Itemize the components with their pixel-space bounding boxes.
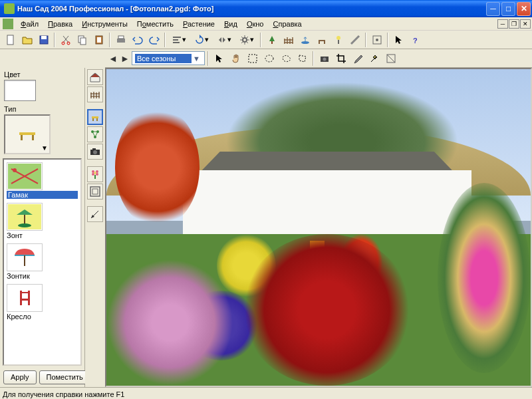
mdi-close-button[interactable]: ✕ — [520, 19, 531, 29]
plant-pink — [106, 259, 233, 386]
close-button[interactable]: ✕ — [517, 2, 531, 16]
pointer-button[interactable] — [391, 33, 406, 47]
list-item[interactable]: Зонтик — [5, 242, 79, 281]
fountain-tool-button[interactable] — [297, 33, 313, 47]
main-toolbar: ▾ ▾ ▾ ▾ ? — [0, 31, 532, 49]
svg-rect-61 — [92, 189, 98, 194]
furniture2-tool-button[interactable] — [87, 109, 103, 125]
svg-rect-21 — [338, 40, 339, 44]
settings-button[interactable] — [369, 33, 384, 47]
svg-rect-13 — [173, 42, 180, 43]
cut-button[interactable] — [58, 33, 73, 47]
eyedropper-button[interactable] — [350, 51, 365, 66]
menu-file[interactable]: Файл — [16, 19, 43, 29]
new-button[interactable] — [3, 33, 18, 47]
crop-button[interactable] — [333, 51, 348, 66]
svg-point-28 — [323, 57, 326, 61]
svg-rect-6 — [80, 38, 86, 45]
mdi-restore-button[interactable]: ❐ — [509, 19, 519, 29]
paste-button[interactable] — [91, 33, 106, 47]
apply-button[interactable]: Apply — [3, 370, 37, 384]
tree-tool-button[interactable] — [264, 33, 279, 47]
next-arrow-button[interactable]: ► — [120, 51, 130, 66]
document-icon[interactable] — [3, 19, 13, 29]
type-preview[interactable]: ▼ — [4, 114, 51, 154]
separator — [109, 33, 110, 47]
menu-plant[interactable]: Растение — [178, 19, 219, 29]
list-item[interactable]: Зонт — [5, 201, 79, 241]
minimize-button[interactable]: ─ — [486, 2, 500, 16]
color-well[interactable] — [4, 80, 36, 101]
list-item[interactable]: Гамак — [5, 161, 79, 200]
light-tool-button[interactable] — [331, 33, 346, 47]
separator — [207, 51, 209, 66]
mdi-minimize-button[interactable]: ─ — [497, 19, 508, 29]
svg-point-34 — [13, 168, 17, 172]
furniture-tool-button[interactable] — [314, 33, 329, 47]
maximize-button[interactable]: □ — [501, 2, 515, 16]
thumb-chair — [7, 284, 43, 312]
connector-tool-button[interactable] — [87, 126, 103, 142]
pen-tool-button[interactable] — [87, 206, 103, 222]
hand-tool-button[interactable] — [228, 51, 243, 66]
fence-tool-button[interactable] — [281, 33, 296, 47]
poly-lasso-button[interactable] — [295, 51, 310, 66]
path-tool-button[interactable] — [347, 33, 362, 47]
select-tool-button[interactable] — [211, 51, 227, 66]
season-value: Все сезоны — [135, 54, 192, 63]
viewport[interactable] — [105, 68, 532, 387]
svg-rect-11 — [173, 37, 181, 38]
svg-point-56 — [96, 170, 98, 173]
undo-button[interactable] — [130, 33, 145, 47]
main-area: Цвет Тип ▼ Гамак Зонт Зонтик Кресло — [0, 68, 532, 387]
dropdown-arrow-icon: ▼ — [192, 55, 201, 63]
adjust-button[interactable] — [383, 51, 398, 66]
help-button[interactable]: ? — [408, 33, 423, 47]
svg-rect-36 — [24, 215, 25, 224]
menu-window[interactable]: Окно — [242, 19, 269, 29]
svg-rect-0 — [7, 35, 13, 45]
season-select[interactable]: Все сезоны ▼ — [132, 51, 205, 65]
prev-arrow-button[interactable]: ◄ — [108, 51, 118, 66]
copy-button[interactable] — [74, 33, 90, 47]
svg-rect-47 — [96, 118, 98, 121]
svg-rect-12 — [173, 39, 178, 41]
ellipse-marquee-button[interactable] — [261, 51, 277, 66]
rotate-button[interactable]: ▾ — [191, 33, 212, 47]
house-tool-button[interactable] — [87, 69, 103, 85]
flower-tool-button[interactable] — [87, 166, 103, 182]
print-button[interactable] — [113, 33, 128, 47]
flip-button[interactable]: ▾ — [213, 33, 235, 47]
plant-red-bush — [242, 234, 412, 386]
button-row: Apply Поместить — [1, 366, 83, 386]
list-item[interactable]: Кресло — [5, 283, 79, 322]
gear-button[interactable]: ▾ — [236, 33, 257, 47]
item-list[interactable]: Гамак Зонт Зонтик Кресло — [3, 158, 82, 366]
lasso-tool-button[interactable] — [278, 51, 293, 66]
frame-tool-button[interactable] — [87, 184, 103, 200]
redo-button[interactable] — [146, 33, 162, 47]
svg-point-23 — [376, 39, 378, 41]
svg-rect-60 — [90, 187, 100, 196]
menu-place[interactable]: Поместить — [132, 19, 178, 29]
item-label: Зонтик — [7, 272, 78, 280]
open-button[interactable] — [19, 33, 35, 47]
camera2-tool-button[interactable] — [87, 144, 103, 160]
align-button[interactable]: ▾ — [168, 33, 190, 47]
wand-button[interactable] — [366, 51, 382, 66]
save-button[interactable] — [36, 33, 51, 47]
camera-button[interactable] — [317, 51, 332, 66]
marquee-tool-button[interactable] — [245, 51, 260, 66]
dropdown-arrow-icon: ▼ — [41, 144, 48, 152]
menu-edit[interactable]: Правка — [43, 19, 77, 29]
type-label: Тип — [4, 105, 83, 113]
separator — [260, 33, 261, 47]
menu-help[interactable]: Справка — [268, 19, 306, 29]
place-button[interactable]: Поместить — [39, 370, 90, 384]
menu-view[interactable]: Вид — [219, 19, 242, 29]
svg-point-26 — [265, 55, 273, 62]
bench-icon — [14, 124, 41, 144]
fence2-tool-button[interactable] — [87, 86, 103, 102]
svg-rect-17 — [319, 40, 325, 41]
menu-tools[interactable]: Инструменты — [77, 19, 132, 29]
